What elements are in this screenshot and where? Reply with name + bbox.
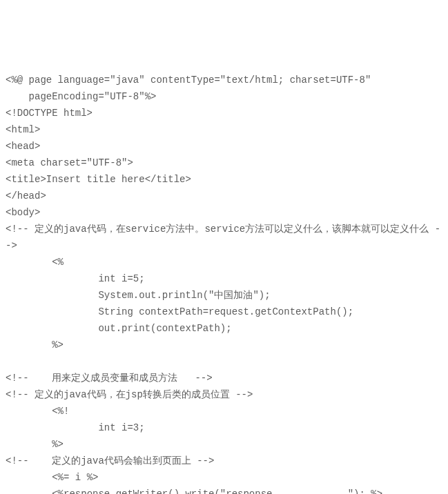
code-line: %>: [6, 439, 64, 450]
code-line: <html>: [6, 124, 40, 135]
code-line: out.print(contextPath);: [6, 323, 232, 334]
code-line: System.out.println("中国加油");: [6, 290, 271, 301]
code-line: <%!: [6, 406, 69, 417]
code-line: <!-- 用来定义成员变量和成员方法 -->: [6, 373, 213, 384]
code-line: <%= i %>: [6, 472, 98, 483]
code-line: %>: [6, 339, 64, 350]
code-line: <%response.getWriter().write("response..…: [6, 488, 382, 494]
code-snippet: <%@ page language="java" contentType="te…: [6, 72, 442, 494]
code-line: int i=3;: [6, 422, 145, 433]
code-line: <head>: [6, 141, 40, 152]
code-line: pageEncoding="UTF-8"%>: [6, 91, 156, 102]
code-line: [6, 356, 52, 367]
code-line: <%: [6, 257, 64, 268]
code-line: <!DOCTYPE html>: [6, 108, 92, 119]
code-line: <title>Insert title here</title>: [6, 174, 191, 185]
code-line: <body>: [6, 207, 40, 218]
code-line: int i=5;: [6, 273, 145, 284]
code-line: <meta charset="UTF-8">: [6, 157, 133, 168]
code-line: <!-- 定义的java代码，在jsp转换后类的成员位置 -->: [6, 389, 253, 400]
code-line: <!-- 定义的java代码会输出到页面上 -->: [6, 455, 214, 466]
code-line: <!-- 定义的java代码，在service方法中。service方法可以定义…: [6, 224, 440, 251]
code-line: </head>: [6, 190, 46, 201]
code-line: String contextPath=request.getContextPat…: [6, 306, 353, 317]
code-line: <%@ page language="java" contentType="te…: [6, 75, 371, 86]
